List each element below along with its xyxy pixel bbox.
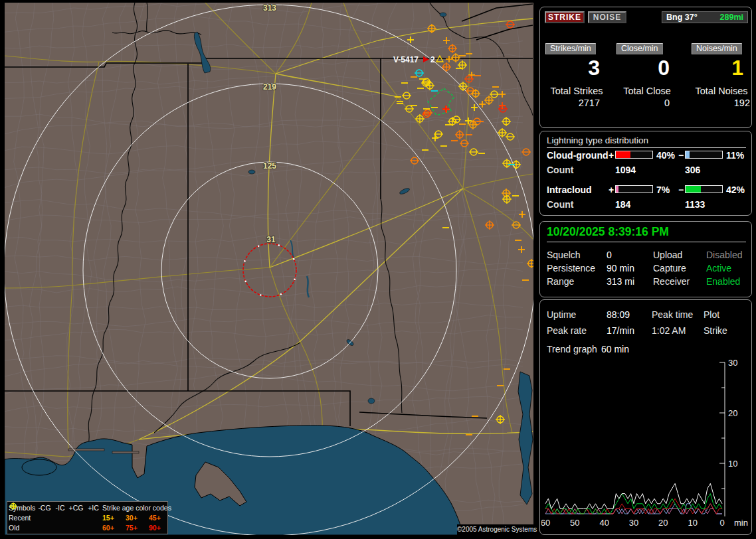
trend-series-strikes bbox=[545, 483, 722, 508]
negative-bar bbox=[685, 185, 723, 193]
status-label: Squelch bbox=[547, 250, 581, 260]
legend-age-code: 90+ bbox=[149, 524, 170, 532]
status-value: 0 bbox=[607, 250, 612, 260]
negative-count: 1133 bbox=[685, 199, 705, 210]
negative-percent: 11% bbox=[726, 150, 744, 161]
rate-column: Strikes/min3Total Strikes2717 bbox=[545, 42, 608, 108]
status-box: 10/20/2025 8:39:16 PM Squelch0UploadDisa… bbox=[539, 221, 752, 297]
total-value: 0 bbox=[616, 98, 678, 108]
cell-id-text: V-5417 bbox=[393, 55, 419, 64]
distribution-box: Lightning type distribution Cloud-ground… bbox=[539, 131, 752, 216]
rate-value: 1 bbox=[692, 56, 751, 80]
rate-chip-label[interactable]: Close/min bbox=[616, 43, 663, 54]
negative-percent: 42% bbox=[726, 185, 745, 195]
count-label: Count bbox=[547, 199, 573, 210]
ring-distance-label: 219 bbox=[263, 82, 276, 92]
cell-count-text: 2 bbox=[430, 55, 435, 64]
minus-sign: − bbox=[678, 150, 684, 161]
status-value: 313 mi bbox=[607, 276, 634, 287]
positive-bar bbox=[615, 185, 653, 193]
status-value: Active bbox=[706, 263, 731, 273]
alarm-ring-dot bbox=[278, 244, 280, 246]
alarm-ring-dot bbox=[260, 294, 262, 296]
legend-header-cell: -CG bbox=[37, 504, 52, 512]
count-label: Count bbox=[547, 165, 573, 175]
total-value: 2717 bbox=[545, 98, 608, 108]
trend-x-tick-label: 60 bbox=[541, 518, 550, 528]
trend-x-tick-label: 20 bbox=[658, 518, 668, 528]
legend-row-label: Recent bbox=[9, 514, 37, 522]
positive-percent: 40% bbox=[656, 150, 675, 161]
total-label: Total Noises bbox=[692, 86, 751, 96]
distribution-count-row: Count1841133 bbox=[540, 199, 753, 210]
session-box: Uptime88:09Peak timePlotPeak rate17/min1… bbox=[539, 299, 752, 535]
distribution-row: Cloud-ground+40%−11% bbox=[540, 150, 753, 161]
nexstorm-window: 31321912531 V-5417 2 Symbols-CG-IC+CG+IC… bbox=[0, 0, 756, 539]
legend-age-header: Strike age color codes bbox=[102, 504, 170, 512]
plus-sign: + bbox=[609, 185, 614, 195]
legend-age-code: 45+ bbox=[149, 514, 170, 522]
legend-row: Recent15+30+45+ bbox=[9, 512, 166, 522]
trend-x-tick-label: 0 bbox=[719, 518, 724, 528]
total-label: Total Strikes bbox=[545, 86, 608, 96]
distribution-type-label: Intracloud bbox=[547, 185, 592, 195]
status-label: Receiver bbox=[653, 276, 690, 287]
trend-x-tick-label: 40 bbox=[599, 518, 609, 528]
status-value: Disabled bbox=[706, 250, 742, 260]
session-value: 88:09 bbox=[607, 309, 630, 320]
legend-header-cell: -IC bbox=[52, 504, 68, 512]
datetime-display: 10/20/2025 8:39:16 PM bbox=[547, 225, 746, 242]
strike-mode-button[interactable]: STRIKE bbox=[545, 11, 585, 23]
trend-y-tick-label: 30 bbox=[728, 358, 737, 368]
legend-age-code: 15+ bbox=[102, 514, 126, 522]
rate-column: Close/min0Total Close0 bbox=[616, 42, 678, 108]
status-value: 90 min bbox=[607, 263, 634, 273]
minus-sign: − bbox=[678, 185, 684, 195]
bearing-value: Bng 37° bbox=[666, 12, 698, 23]
trend-x-unit-label: min bbox=[734, 518, 748, 528]
status-label: Persistence bbox=[547, 263, 595, 273]
legend-header-cell: +IC bbox=[84, 504, 102, 512]
alarm-ring-dot bbox=[280, 293, 282, 295]
rate-column: Noises/min1Total Noises192 bbox=[692, 42, 751, 108]
status-label: Capture bbox=[653, 263, 686, 273]
session-label: 1:02 AM bbox=[652, 325, 686, 336]
status-value: Enabled bbox=[706, 276, 740, 287]
legend-age-code: 60+ bbox=[102, 524, 126, 532]
alarm-ring-dot bbox=[293, 258, 295, 260]
negative-count: 306 bbox=[685, 165, 700, 175]
ring-distance-label: 31 bbox=[266, 235, 276, 244]
trend-x-tick-label: 30 bbox=[629, 518, 638, 528]
positive-percent: 7% bbox=[656, 185, 670, 195]
alarm-ring-dot bbox=[258, 245, 260, 247]
legend-age-code: 30+ bbox=[126, 514, 149, 522]
negative-bar bbox=[685, 151, 723, 159]
rate-chip-label[interactable]: Strikes/min bbox=[545, 43, 596, 54]
map-panel[interactable]: 31321912531 V-5417 2 Symbols-CG-IC+CG+IC… bbox=[5, 3, 533, 535]
copyright: ©2005 Astrogenic Systems bbox=[457, 524, 535, 535]
trend-y-tick-label: 20 bbox=[728, 408, 737, 418]
noise-mode-button[interactable]: NOISE bbox=[588, 11, 626, 23]
status-label: Range bbox=[547, 276, 574, 287]
trend-series-intracloud-pos bbox=[545, 508, 722, 514]
total-value: 192 bbox=[692, 98, 751, 108]
trend-x-tick-label: 50 bbox=[570, 518, 579, 528]
session-value: Strike bbox=[704, 325, 727, 336]
legend-header-row: Symbols-CG-IC+CG+ICStrike age color code… bbox=[9, 502, 166, 512]
bearing-readout: Bng 37° 289mi bbox=[662, 11, 748, 23]
session-label: Peak rate bbox=[547, 325, 587, 336]
legend-row: Old60+75+90+ bbox=[9, 522, 166, 532]
strike-symbol-icp bbox=[11, 504, 16, 509]
trend-y-tick-label: 10 bbox=[728, 459, 737, 469]
distribution-title: Lightning type distribution bbox=[547, 135, 746, 148]
distribution-count-row: Count1094306 bbox=[540, 165, 753, 175]
alarm-ring-dot bbox=[294, 278, 296, 280]
total-label: Total Close bbox=[616, 86, 678, 96]
lightning-map[interactable]: 31321912531 V-5417 2 bbox=[5, 3, 533, 535]
rate-value: 0 bbox=[616, 56, 678, 80]
trend-x-tick-label: 10 bbox=[688, 518, 697, 528]
trend-label: Trend graph bbox=[547, 344, 597, 354]
trend-graph: 1020306050403020100min bbox=[541, 356, 751, 534]
rate-chip-label[interactable]: Noises/min bbox=[692, 43, 742, 54]
session-label: Peak time bbox=[652, 309, 693, 320]
